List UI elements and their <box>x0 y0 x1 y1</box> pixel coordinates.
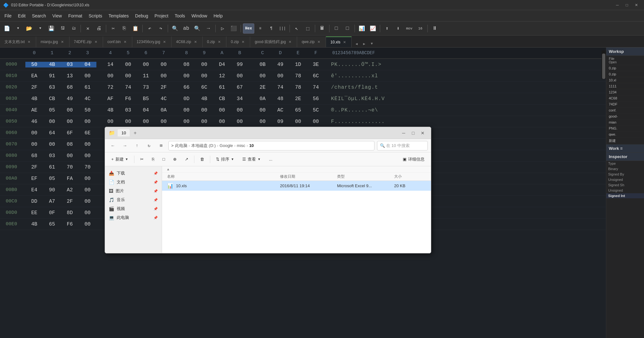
tab-close-0zip1[interactable]: ✕ <box>217 40 222 44</box>
toolbar-find-prev[interactable]: 🔍 <box>192 23 202 34</box>
fe-maximize-btn[interactable]: □ <box>409 129 418 137</box>
menu-debug[interactable]: Debug <box>132 12 151 20</box>
fe-col-size[interactable]: 大小 <box>394 174 426 179</box>
hex-row-0040[interactable]: 0040 AE 05 00 50 4B 03 04 0A 00 00 00 00… <box>0 105 606 116</box>
fe-sidebar-yinyue[interactable]: 🎵 音乐 📌 <box>105 195 162 204</box>
toolbar-export-btn[interactable]: ⬇ <box>393 23 403 34</box>
fe-refresh-btn[interactable]: ↻ <box>144 141 154 150</box>
inspector-label[interactable]: Inspector <box>606 153 644 161</box>
toolbar-bits-btn[interactable]: mov <box>404 23 414 34</box>
tab-wendang[interactable]: 文本文档.txt ✕ <box>0 36 36 47</box>
fe-file-row-10xls[interactable]: 📊 10.xls 2016/8/11 19:14 Microsoft Excel… <box>162 181 431 191</box>
fe-minimize-btn[interactable]: ─ <box>399 129 408 137</box>
menu-help[interactable]: Help <box>210 12 226 20</box>
hex-row-0020[interactable]: 0020 2F 63 68 61 72 74 73 2F 66 6C 61 67… <box>0 82 606 93</box>
tab-close-74dfe[interactable]: ✕ <box>94 40 98 44</box>
ws-file-good[interactable]: good- <box>606 113 644 119</box>
ws-file-0zip2[interactable]: 0.zip <box>606 71 644 77</box>
toolbar-import-btn[interactable]: ⬆ <box>382 23 392 34</box>
toolbar-new-btn[interactable]: 📄 <box>2 23 12 34</box>
ws-file-4c68[interactable]: 4C68 <box>606 95 644 101</box>
tab-scroll-left[interactable]: ◀ <box>353 40 360 47</box>
toolbar-select2-btn[interactable]: ⬚ <box>303 23 313 34</box>
toolbar-16-btn[interactable]: 16 <box>415 23 426 34</box>
menu-scripts[interactable]: Scripts <box>85 12 105 20</box>
tab-close-123456cry[interactable]: ✕ <box>162 40 167 44</box>
ws-file-conf[interactable]: conf. <box>606 107 644 113</box>
toolbar-tpl1-btn[interactable]: □ <box>331 23 342 34</box>
fe-col-modified[interactable]: 修改日期 <box>280 174 337 179</box>
tab-qwe[interactable]: qwe.zip ✕ <box>297 36 326 47</box>
toolbar-saveall-btn[interactable]: 🗂 <box>68 23 79 34</box>
toolbar-pause-btn[interactable]: ⏸ <box>430 23 440 34</box>
fe-sort-btn[interactable]: ⇅ 排序 ▼ <box>213 154 237 164</box>
fe-cut-btn[interactable]: ✂ <box>137 154 147 164</box>
toolbar-saveas-btn[interactable]: 🖫 <box>57 23 68 34</box>
toolbar-undo-btn[interactable]: ↶ <box>145 23 155 34</box>
fe-tab-add[interactable]: + <box>131 129 139 137</box>
inspector-unsigned1-row[interactable]: Unsigned <box>606 177 644 182</box>
tab-close-mianju[interactable]: ✕ <box>60 40 65 44</box>
toolbar-select-btn[interactable]: ▷ <box>218 23 228 34</box>
toolbar-paste-btn[interactable]: 📋 <box>130 23 140 34</box>
fe-sidebar-wendang[interactable]: 📄 文档 📌 <box>105 178 162 187</box>
tab-4c68[interactable]: 4C68.zip ✕ <box>172 36 202 47</box>
tab-close-wendang[interactable]: ✕ <box>27 40 31 44</box>
ws-file-10xl[interactable]: 10.xl <box>606 77 644 83</box>
ws-file-74df[interactable]: 74DF <box>606 101 644 107</box>
hex-row-0010[interactable]: 0010 EA 91 13 00 00 00 11 00 00 00 12 00… <box>0 70 606 82</box>
menu-tools[interactable]: Tools <box>172 12 188 20</box>
fe-sidebar-cidinao[interactable]: 💻 此电脑 📌 <box>105 213 162 222</box>
toolbar-open-btn[interactable]: 📂 <box>24 23 34 34</box>
close-button[interactable]: ✕ <box>632 1 641 10</box>
menu-edit[interactable]: Edit <box>15 12 29 20</box>
toolbar-esc-btn[interactable]: ¶ <box>266 23 276 34</box>
tab-mianju[interactable]: mianju.jpg ✕ <box>36 36 69 47</box>
toolbar-close-btn[interactable]: ✕ <box>83 23 93 34</box>
toolbar-tpl2-btn[interactable]: □ <box>342 23 353 34</box>
toolbar-search-btn[interactable]: 🔍 <box>170 23 180 34</box>
fe-details-btn[interactable]: ▣ 详细信息 <box>400 154 428 164</box>
fe-back-btn[interactable]: ← <box>108 141 118 150</box>
inspector-unsigned2-row[interactable]: Unsigned <box>606 188 644 193</box>
tab-close-0zip2[interactable]: ✕ <box>241 40 245 44</box>
fe-folder-path-btn[interactable]: ⊞ <box>156 141 166 150</box>
tab-close-conf[interactable]: ✕ <box>123 40 127 44</box>
fe-up-btn[interactable]: ↑ <box>132 141 142 150</box>
menu-project[interactable]: Project <box>151 12 172 20</box>
fe-forward-btn[interactable]: → <box>120 141 130 150</box>
menu-view[interactable]: View <box>49 12 65 20</box>
toolbar-asc-btn[interactable]: ≡ <box>255 23 265 34</box>
fe-tab-10[interactable]: 10 <box>118 129 130 137</box>
maximize-button[interactable]: □ <box>622 1 631 10</box>
fe-col-type[interactable]: 类型 <box>337 174 394 179</box>
ws-file-png[interactable]: PNG. <box>606 125 644 131</box>
scrollbar[interactable] <box>602 50 606 79</box>
fe-close-btn[interactable]: ✕ <box>418 129 427 137</box>
menu-window[interactable]: Window <box>188 12 211 20</box>
menu-format[interactable]: Format <box>65 12 85 20</box>
fe-address-bar[interactable]: > 此电脑 › 本地磁盘 (D:) › Google › misc › 10 <box>168 141 374 150</box>
tab-10xls[interactable]: 10.xls ✕ <box>326 36 352 47</box>
inspector-signedsh-row[interactable]: Signed Sh <box>606 182 644 188</box>
toolbar-cursor-btn[interactable]: ↖ <box>292 23 302 34</box>
fe-more-btn[interactable]: ... <box>266 154 276 164</box>
fe-sidebar-shipin[interactable]: 🎬 视频 📌 <box>105 204 162 213</box>
tab-123456cry[interactable]: 123456cry.jpg ✕ <box>132 36 172 47</box>
tab-0zip2[interactable]: 0.zip ✕ <box>226 36 250 47</box>
hex-row-0030[interactable]: 0030 4B CB 49 4C AF F6 B5 4C 0D 4B CB 34… <box>0 93 606 105</box>
fe-sidebar-xiazai[interactable]: 📥 下载 📌 <box>105 169 162 178</box>
tab-0zip1[interactable]: 0.zip ✕ <box>203 36 226 47</box>
tab-close-good[interactable]: ✕ <box>288 40 292 44</box>
inspector-signed-int-row[interactable]: Signed Int <box>606 193 644 199</box>
tab-close-4c68[interactable]: ✕ <box>193 40 198 44</box>
fe-copy-btn[interactable]: ⎘ <box>149 154 158 164</box>
fe-share-btn[interactable]: ↗ <box>182 154 192 164</box>
ws-file-1111[interactable]: 1111 <box>606 83 644 89</box>
ws-file-xinjian[interactable]: 新建 <box>606 137 644 144</box>
hex-row-0000[interactable]: 0000 50 4B 03 04 14 00 00 00 08 00 D4 99… <box>0 59 606 70</box>
ws-file-qwe[interactable]: qwe. <box>606 131 644 137</box>
toolbar-goto-btn[interactable]: → <box>203 23 213 34</box>
fe-sidebar-tupian[interactable]: 🖼 图片 📌 <box>105 187 162 195</box>
ws-file-mian[interactable]: mian <box>606 119 644 125</box>
